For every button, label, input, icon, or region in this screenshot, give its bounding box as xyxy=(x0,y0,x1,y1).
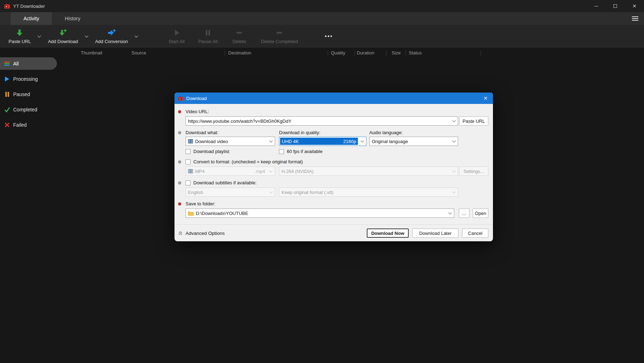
dialog-buttons: Download Now Download Later Cancel xyxy=(367,228,488,238)
combo-dropdown[interactable] xyxy=(450,137,458,146)
codec-select: H.264 (NVIDIA) xyxy=(279,167,458,176)
paste-url-button[interactable]: Paste URL xyxy=(5,25,34,48)
add-conversion-icon xyxy=(107,28,116,37)
section-dot-icon xyxy=(178,131,181,134)
chevron-down-icon xyxy=(452,139,456,142)
column-separator xyxy=(225,50,225,56)
download-playlist-checkbox[interactable]: Download playlist xyxy=(186,149,279,154)
convert-checkbox[interactable]: Convert to format: (unchecked = keep ori… xyxy=(186,159,303,164)
add-conversion-dropdown[interactable] xyxy=(132,25,141,48)
checkbox-row: Download playlist 60 fps if available xyxy=(177,149,488,154)
section-combos-row: Download video UHD 4K 2160p Original lan… xyxy=(177,137,488,146)
checkbox-icon xyxy=(186,149,190,154)
list-header: Thumbnail Source Destination Quality Dur… xyxy=(0,48,644,58)
combo-dropdown xyxy=(267,188,275,196)
film-icon xyxy=(188,139,193,143)
video-url-label: Video URL: xyxy=(186,109,209,114)
chevron-down-icon xyxy=(269,190,273,193)
section-dot-icon xyxy=(178,181,181,184)
add-conversion-button[interactable]: Add Conversion xyxy=(91,25,132,48)
chevron-down-icon xyxy=(448,211,452,214)
column-destination[interactable]: Destination xyxy=(228,48,251,58)
column-separator xyxy=(481,50,481,56)
browse-folder-button[interactable]: ... xyxy=(459,209,469,218)
section-dot-icon xyxy=(178,160,181,163)
dialog-close-button[interactable]: ✕ xyxy=(479,93,492,104)
dialog-title-bar: Download ✕ xyxy=(175,93,493,104)
cancel-button[interactable]: Cancel xyxy=(462,228,488,238)
sidebar-item-processing[interactable]: Processing xyxy=(0,73,57,85)
paste-url-dropdown[interactable] xyxy=(34,25,44,48)
column-duration[interactable]: Duration xyxy=(357,48,374,58)
chevron-down-icon xyxy=(452,190,456,193)
tab-activity[interactable]: Activity xyxy=(11,12,52,25)
audio-language-label: Audio language: xyxy=(369,130,458,135)
completed-icon xyxy=(4,107,10,112)
sidebar-item-failed[interactable]: Failed xyxy=(0,119,57,131)
sidebar-item-all[interactable]: All xyxy=(0,57,57,70)
folder-icon xyxy=(188,211,194,216)
save-folder-select[interactable]: D:\Downloads\YOUTUBE xyxy=(186,209,454,218)
minimize-button[interactable] xyxy=(586,0,606,12)
close-button[interactable]: ✕ xyxy=(625,0,644,12)
film-icon xyxy=(188,169,193,173)
dialog-title: Download xyxy=(186,96,207,101)
minus-icon xyxy=(275,28,284,37)
window-title: YT Downloader xyxy=(13,4,45,9)
column-size[interactable]: Size xyxy=(392,48,401,58)
chevron-down-icon xyxy=(452,119,456,122)
app-icon xyxy=(178,96,183,101)
combo-dropdown[interactable] xyxy=(446,209,454,217)
subtitles-checkbox[interactable]: Download subtitles if available: xyxy=(186,180,257,185)
checkbox-icon xyxy=(279,149,284,154)
download-later-button[interactable]: Download Later xyxy=(412,228,458,238)
sidebar-item-completed[interactable]: Completed xyxy=(0,103,57,116)
download-now-button[interactable]: Download Now xyxy=(367,228,409,238)
combo-dropdown xyxy=(450,167,458,175)
subtitle-format-select: Keep original format (.vtt) xyxy=(279,188,458,197)
more-button[interactable]: ••• xyxy=(317,25,340,48)
app-icon xyxy=(4,4,10,9)
column-separator xyxy=(354,50,355,56)
combo-dropdown[interactable] xyxy=(450,117,458,125)
dialog-separator xyxy=(175,224,493,225)
quality-select[interactable]: UHD 4K 2160p xyxy=(279,137,366,146)
column-thumbnail[interactable]: Thumbnail xyxy=(81,48,102,58)
video-url-input[interactable]: https://www.youtube.com/watch?v=BDtGh0Kg… xyxy=(186,116,458,126)
fps-checkbox[interactable]: 60 fps if available xyxy=(279,149,322,154)
menu-icon[interactable] xyxy=(632,16,638,21)
dialog-body: Video URL: https://www.youtube.com/watch… xyxy=(175,104,493,241)
toolbar: Paste URL Add Download Add Conversion St… xyxy=(0,25,644,48)
maximize-icon xyxy=(613,4,617,8)
paste-url-dialog-button[interactable]: Paste URL xyxy=(459,116,488,126)
add-download-dropdown[interactable] xyxy=(81,25,91,48)
chevron-down-icon xyxy=(269,169,273,172)
convert-combos-row: MP4 .mp4 H.264 (NVIDIA) Settings... xyxy=(177,167,488,176)
play-icon xyxy=(172,28,181,37)
add-download-icon xyxy=(59,28,67,37)
checkbox-icon xyxy=(186,159,190,164)
delete-button: Delete xyxy=(227,25,251,48)
tab-history[interactable]: History xyxy=(52,12,93,25)
column-quality[interactable]: Quality xyxy=(331,48,345,58)
add-download-button[interactable]: Add Download xyxy=(44,25,82,48)
chevron-down-icon xyxy=(360,139,364,142)
combo-dropdown[interactable] xyxy=(267,137,275,146)
sidebar-item-paused[interactable]: Paused xyxy=(0,88,57,100)
paste-url-icon xyxy=(15,28,24,37)
dialog-footer: Advanced Options Download Now Download L… xyxy=(177,228,488,238)
column-status[interactable]: Status xyxy=(409,48,422,58)
chevron-up-double-icon xyxy=(178,231,183,236)
download-what-select[interactable]: Download video xyxy=(186,137,275,146)
maximize-button[interactable] xyxy=(606,0,625,12)
column-source[interactable]: Source xyxy=(132,48,146,58)
open-folder-button[interactable]: Open xyxy=(473,209,488,218)
tab-bar: Activity History xyxy=(0,12,644,25)
minimize-icon xyxy=(594,6,598,6)
chevron-down-icon xyxy=(452,169,456,172)
audio-language-select[interactable]: Original language xyxy=(369,137,458,146)
format-select: MP4 .mp4 xyxy=(186,167,275,176)
combo-dropdown[interactable] xyxy=(358,137,366,146)
advanced-options-toggle[interactable]: Advanced Options xyxy=(178,231,225,236)
failed-icon xyxy=(4,122,10,128)
